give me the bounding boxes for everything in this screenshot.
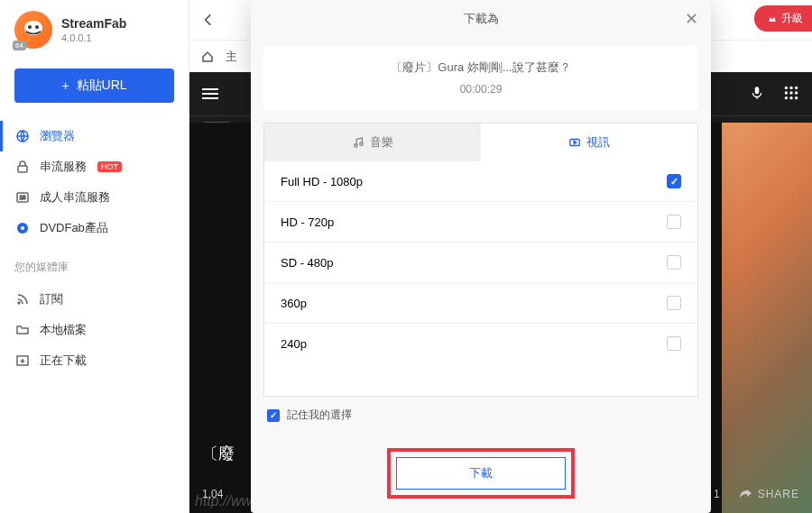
- quality-option[interactable]: HD - 720p: [264, 202, 697, 243]
- download-modal: 下載為 ✕ 〔廢片〕Gura 妳剛剛...說了甚麼？ 00:00:29 音樂 視…: [251, 0, 711, 513]
- nav-label: 訂閱: [40, 291, 63, 307]
- globe-icon: [14, 128, 31, 144]
- folder-icon: [14, 322, 31, 338]
- tab-music[interactable]: 音樂: [264, 124, 481, 161]
- modal-video-title: 〔廢片〕Gura 妳剛剛...說了甚麼？: [278, 60, 684, 76]
- nav-library: 訂閱 本地檔案 正在下載: [0, 280, 189, 380]
- quality-label: 240p: [281, 337, 307, 351]
- svg-point-8: [21, 226, 24, 230]
- remember-label: 記住我的選擇: [287, 408, 352, 423]
- nav-dvdfab[interactable]: DVDFab產品: [0, 213, 189, 243]
- nav-label: 正在下載: [40, 353, 87, 369]
- tab-label: 音樂: [370, 134, 393, 151]
- sidebar: StreamFab 4.0.0.1 + 粘貼URL 瀏覽器 串流服務 HOT 1…: [0, 0, 189, 513]
- svg-point-20: [795, 96, 798, 98]
- quality-label: Full HD - 1080p: [281, 175, 363, 188]
- dvdfab-icon: [14, 220, 31, 236]
- nav-browser[interactable]: 瀏覽器: [0, 121, 189, 151]
- quality-checkbox[interactable]: [667, 296, 681, 310]
- upgrade-label: 升級: [781, 11, 803, 26]
- hot-badge: HOT: [97, 161, 122, 172]
- svg-point-0: [24, 21, 42, 35]
- video-title-partial: 〔廢: [202, 443, 235, 464]
- nav-label: 成人串流服務: [40, 189, 110, 206]
- home-icon[interactable]: [200, 50, 215, 64]
- paste-label: 粘貼URL: [77, 78, 127, 94]
- quality-option[interactable]: 240p: [264, 324, 697, 363]
- svg-point-12: [785, 86, 788, 88]
- download-list-icon: [14, 353, 31, 369]
- nav-streaming[interactable]: 串流服務 HOT: [0, 151, 189, 182]
- nav-label: 瀏覽器: [40, 128, 75, 144]
- svg-point-9: [18, 302, 20, 304]
- nav-adult[interactable]: 18 成人串流服務: [0, 182, 189, 213]
- quality-checkbox[interactable]: [667, 174, 681, 188]
- svg-point-15: [785, 91, 788, 94]
- modal-footer: 下載: [251, 434, 711, 513]
- back-icon[interactable]: [200, 12, 217, 28]
- svg-point-18: [785, 96, 788, 98]
- plus-icon: +: [61, 78, 69, 93]
- upgrade-button[interactable]: 升級: [754, 5, 812, 32]
- quality-checkbox[interactable]: [667, 215, 681, 229]
- svg-point-17: [795, 91, 798, 94]
- library-section-label: 您的媒體庫: [0, 247, 189, 280]
- svg-point-21: [355, 144, 358, 148]
- tab-label: 視訊: [586, 134, 610, 151]
- quality-option[interactable]: SD - 480p: [264, 243, 697, 283]
- video-thumbnail: [722, 123, 812, 513]
- apps-icon[interactable]: [783, 85, 799, 104]
- nav-label: 串流服務: [40, 159, 87, 175]
- quality-label: 360p: [281, 297, 307, 310]
- tab-video[interactable]: 視訊: [481, 124, 697, 161]
- svg-point-16: [789, 91, 792, 94]
- home-text: 主: [226, 49, 237, 65]
- app-version: 4.0.0.1: [61, 32, 126, 43]
- download-button[interactable]: 下載: [396, 457, 566, 490]
- svg-text:18: 18: [20, 195, 26, 200]
- svg-point-1: [28, 25, 32, 29]
- svg-point-2: [35, 25, 39, 29]
- svg-point-13: [789, 86, 792, 88]
- nav-main: 瀏覽器 串流服務 HOT 18 成人串流服務 DVDFab產品: [0, 117, 189, 247]
- quality-option[interactable]: 360p: [264, 283, 697, 324]
- share-label: SHARE: [758, 488, 799, 500]
- nav-subscribe[interactable]: 訂閱: [0, 284, 189, 315]
- nav-local[interactable]: 本地檔案: [0, 315, 189, 345]
- quality-label: HD - 720p: [281, 215, 334, 229]
- modal-duration: 00:00:29: [278, 83, 684, 96]
- download-button-highlight: 下載: [387, 448, 575, 499]
- svg-point-14: [795, 86, 798, 88]
- mic-icon[interactable]: [749, 85, 765, 104]
- modal-header: 下載為 ✕: [251, 0, 711, 38]
- quality-list: Full HD - 1080pHD - 720pSD - 480p360p240…: [263, 161, 698, 397]
- remember-choice-row[interactable]: 記住我的選擇: [251, 397, 711, 434]
- svg-point-22: [360, 142, 364, 146]
- lock-icon: [14, 159, 31, 175]
- quality-checkbox[interactable]: [667, 336, 681, 351]
- hamburger-icon[interactable]: [202, 88, 218, 99]
- modal-title: 下載為: [464, 12, 499, 25]
- rss-icon: [14, 291, 31, 307]
- share-button[interactable]: SHARE: [738, 487, 799, 501]
- modal-tabs: 音樂 視訊: [263, 123, 698, 161]
- svg-point-19: [789, 96, 792, 98]
- quality-checkbox[interactable]: [667, 255, 681, 270]
- adult-icon: 18: [14, 189, 31, 206]
- quality-option[interactable]: Full HD - 1080p: [264, 161, 697, 202]
- remember-checkbox[interactable]: [267, 409, 280, 422]
- quality-label: SD - 480p: [281, 256, 334, 270]
- nav-label: DVDFab產品: [40, 220, 108, 236]
- modal-video-info: 〔廢片〕Gura 妳剛剛...說了甚麼？ 00:00:29: [263, 45, 698, 110]
- nav-downloading[interactable]: 正在下載: [0, 345, 189, 376]
- paste-url-button[interactable]: + 粘貼URL: [14, 69, 174, 103]
- app-header: StreamFab 4.0.0.1: [0, 11, 189, 63]
- app-name: StreamFab: [61, 16, 126, 31]
- nav-label: 本地檔案: [40, 322, 87, 338]
- svg-rect-11: [755, 87, 760, 94]
- close-icon[interactable]: ✕: [685, 9, 698, 29]
- svg-rect-4: [18, 166, 27, 172]
- app-logo: [14, 11, 52, 49]
